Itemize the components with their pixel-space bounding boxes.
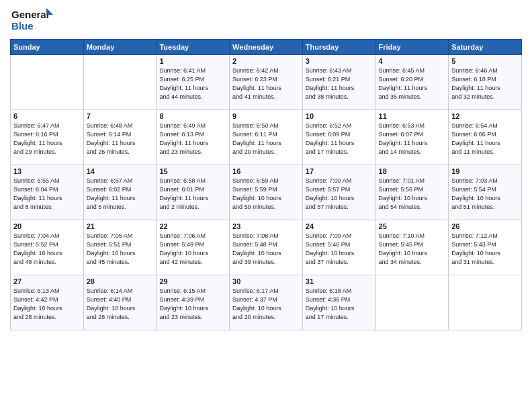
calendar-cell: 19Sunrise: 7:03 AM Sunset: 5:54 PM Dayli… (449, 165, 522, 220)
calendar-cell: 17Sunrise: 7:00 AM Sunset: 5:57 PM Dayli… (302, 165, 375, 220)
day-info: Sunrise: 7:00 AM Sunset: 5:57 PM Dayligh… (306, 177, 373, 212)
calendar-cell: 28Sunrise: 6:14 AM Sunset: 4:40 PM Dayli… (83, 275, 157, 330)
day-number: 9 (232, 112, 300, 120)
day-info: Sunrise: 6:45 AM Sunset: 6:20 PM Dayligh… (379, 66, 446, 101)
day-info: Sunrise: 7:06 AM Sunset: 5:49 PM Dayligh… (159, 232, 226, 267)
day-info: Sunrise: 6:13 AM Sunset: 4:42 PM Dayligh… (13, 287, 81, 322)
day-number: 28 (87, 277, 154, 285)
calendar-cell (449, 275, 522, 330)
calendar-table: SundayMondayTuesdayWednesdayThursdayFrid… (10, 39, 522, 330)
day-info: Sunrise: 7:05 AM Sunset: 5:51 PM Dayligh… (87, 232, 154, 267)
calendar-cell (375, 275, 449, 330)
logo: General Blue (10, 7, 54, 35)
day-info: Sunrise: 6:50 AM Sunset: 6:11 PM Dayligh… (232, 122, 300, 156)
week-row-4: 20Sunrise: 7:04 AM Sunset: 5:52 PM Dayli… (11, 220, 522, 275)
calendar-cell: 27Sunrise: 6:13 AM Sunset: 4:42 PM Dayli… (11, 275, 84, 330)
day-info: Sunrise: 6:57 AM Sunset: 6:02 PM Dayligh… (87, 177, 154, 212)
week-row-3: 13Sunrise: 6:55 AM Sunset: 6:04 PM Dayli… (11, 165, 522, 220)
day-number: 27 (13, 277, 81, 285)
day-info: Sunrise: 7:03 AM Sunset: 5:54 PM Dayligh… (451, 177, 519, 212)
logo-svg: General Blue (10, 7, 54, 35)
day-info: Sunrise: 6:41 AM Sunset: 6:25 PM Dayligh… (159, 66, 226, 101)
day-number: 17 (306, 167, 373, 175)
day-info: Sunrise: 6:46 AM Sunset: 6:18 PM Dayligh… (451, 66, 519, 101)
weekday-header-wednesday: Wednesday (230, 40, 303, 55)
calendar-cell: 13Sunrise: 6:55 AM Sunset: 6:04 PM Dayli… (11, 165, 84, 220)
calendar-cell (11, 55, 84, 110)
svg-text:Blue: Blue (11, 20, 34, 32)
calendar-cell: 25Sunrise: 7:10 AM Sunset: 5:45 PM Dayli… (375, 220, 449, 275)
day-info: Sunrise: 6:17 AM Sunset: 4:37 PM Dayligh… (232, 287, 300, 322)
day-number: 10 (306, 112, 373, 120)
day-info: Sunrise: 6:55 AM Sunset: 6:04 PM Dayligh… (13, 177, 81, 212)
day-number: 29 (159, 277, 226, 285)
day-number: 18 (379, 167, 446, 175)
day-number: 30 (232, 277, 300, 285)
day-info: Sunrise: 6:47 AM Sunset: 6:16 PM Dayligh… (13, 122, 81, 156)
calendar-cell: 2Sunrise: 6:42 AM Sunset: 6:23 PM Daylig… (230, 55, 303, 110)
day-number: 22 (159, 222, 226, 230)
day-number: 1 (159, 57, 226, 65)
calendar-cell: 29Sunrise: 6:15 AM Sunset: 4:39 PM Dayli… (157, 275, 230, 330)
svg-marker-2 (46, 8, 53, 15)
day-info: Sunrise: 7:10 AM Sunset: 5:45 PM Dayligh… (379, 232, 446, 267)
day-number: 16 (232, 167, 300, 175)
calendar-cell: 10Sunrise: 6:52 AM Sunset: 6:09 PM Dayli… (302, 110, 375, 165)
day-number: 6 (13, 112, 81, 120)
day-number: 23 (232, 222, 300, 230)
day-number: 24 (306, 222, 373, 230)
day-number: 3 (306, 57, 373, 65)
day-info: Sunrise: 6:18 AM Sunset: 4:36 PM Dayligh… (306, 287, 373, 322)
calendar-cell: 24Sunrise: 7:09 AM Sunset: 5:46 PM Dayli… (302, 220, 375, 275)
day-info: Sunrise: 6:52 AM Sunset: 6:09 PM Dayligh… (306, 122, 373, 156)
calendar-cell: 4Sunrise: 6:45 AM Sunset: 6:20 PM Daylig… (375, 55, 449, 110)
weekday-header-row: SundayMondayTuesdayWednesdayThursdayFrid… (11, 40, 522, 55)
calendar-cell: 16Sunrise: 6:59 AM Sunset: 5:59 PM Dayli… (230, 165, 303, 220)
day-number: 8 (159, 112, 226, 120)
calendar-cell: 11Sunrise: 6:53 AM Sunset: 6:07 PM Dayli… (375, 110, 449, 165)
day-number: 13 (13, 167, 81, 175)
page-container: General Blue SundayMondayTuesdayWednesda… (0, 0, 532, 411)
day-number: 11 (379, 112, 446, 120)
weekday-header-monday: Monday (83, 40, 157, 55)
day-info: Sunrise: 6:43 AM Sunset: 6:21 PM Dayligh… (306, 66, 373, 101)
header: General Blue (10, 7, 522, 35)
weekday-header-saturday: Saturday (449, 40, 522, 55)
day-info: Sunrise: 6:53 AM Sunset: 6:07 PM Dayligh… (379, 122, 446, 156)
calendar-cell: 15Sunrise: 6:58 AM Sunset: 6:01 PM Dayli… (157, 165, 230, 220)
day-info: Sunrise: 7:12 AM Sunset: 5:43 PM Dayligh… (451, 232, 519, 267)
day-number: 5 (451, 57, 519, 65)
calendar-cell: 22Sunrise: 7:06 AM Sunset: 5:49 PM Dayli… (157, 220, 230, 275)
day-number: 21 (87, 222, 154, 230)
day-number: 2 (232, 57, 300, 65)
week-row-2: 6Sunrise: 6:47 AM Sunset: 6:16 PM Daylig… (11, 110, 522, 165)
calendar-cell: 8Sunrise: 6:49 AM Sunset: 6:13 PM Daylig… (157, 110, 230, 165)
weekday-header-sunday: Sunday (11, 40, 84, 55)
day-info: Sunrise: 6:49 AM Sunset: 6:13 PM Dayligh… (159, 122, 226, 156)
day-number: 25 (379, 222, 446, 230)
day-number: 15 (159, 167, 226, 175)
week-row-5: 27Sunrise: 6:13 AM Sunset: 4:42 PM Dayli… (11, 275, 522, 330)
calendar-cell: 6Sunrise: 6:47 AM Sunset: 6:16 PM Daylig… (11, 110, 84, 165)
day-number: 19 (451, 167, 519, 175)
day-number: 14 (87, 167, 154, 175)
day-number: 26 (451, 222, 519, 230)
calendar-cell: 9Sunrise: 6:50 AM Sunset: 6:11 PM Daylig… (230, 110, 303, 165)
day-number: 31 (306, 277, 373, 285)
day-number: 7 (87, 112, 154, 120)
day-info: Sunrise: 7:08 AM Sunset: 5:48 PM Dayligh… (232, 232, 300, 267)
day-info: Sunrise: 7:04 AM Sunset: 5:52 PM Dayligh… (13, 232, 81, 267)
day-info: Sunrise: 6:42 AM Sunset: 6:23 PM Dayligh… (232, 66, 300, 101)
weekday-header-tuesday: Tuesday (157, 40, 230, 55)
calendar-cell: 7Sunrise: 6:48 AM Sunset: 6:14 PM Daylig… (83, 110, 157, 165)
day-info: Sunrise: 7:09 AM Sunset: 5:46 PM Dayligh… (306, 232, 373, 267)
day-number: 4 (379, 57, 446, 65)
calendar-cell: 3Sunrise: 6:43 AM Sunset: 6:21 PM Daylig… (302, 55, 375, 110)
calendar-cell: 12Sunrise: 6:54 AM Sunset: 6:06 PM Dayli… (449, 110, 522, 165)
calendar-cell: 20Sunrise: 7:04 AM Sunset: 5:52 PM Dayli… (11, 220, 84, 275)
day-info: Sunrise: 6:15 AM Sunset: 4:39 PM Dayligh… (159, 287, 226, 322)
calendar-cell: 31Sunrise: 6:18 AM Sunset: 4:36 PM Dayli… (302, 275, 375, 330)
day-info: Sunrise: 6:48 AM Sunset: 6:14 PM Dayligh… (87, 122, 154, 156)
calendar-cell (83, 55, 157, 110)
calendar-cell: 23Sunrise: 7:08 AM Sunset: 5:48 PM Dayli… (230, 220, 303, 275)
